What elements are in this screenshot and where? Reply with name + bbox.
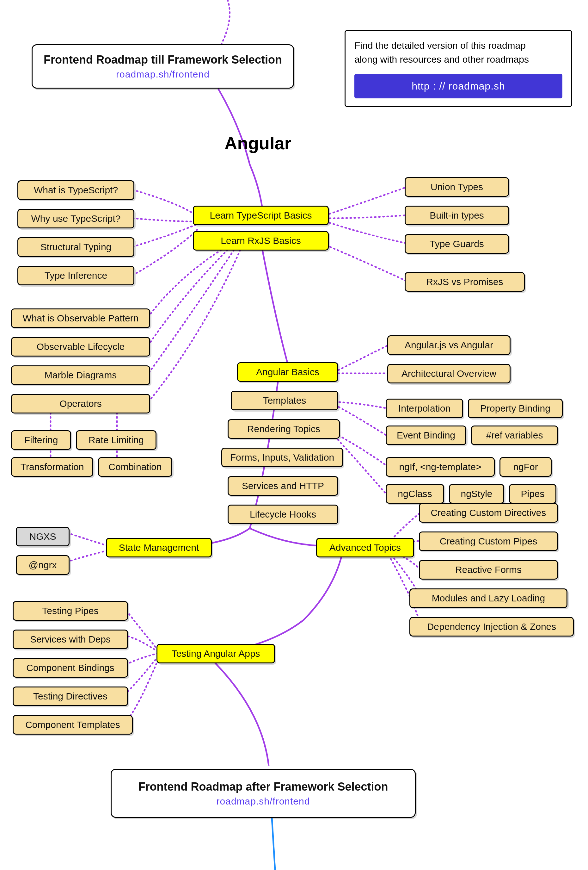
node-tpl-refvars[interactable]: #ref variables bbox=[471, 426, 558, 445]
node-tpl-propbind[interactable]: Property Binding bbox=[468, 399, 563, 418]
top-card-link[interactable]: roadmap.sh/frontend bbox=[116, 69, 209, 80]
node-test-bindings[interactable]: Component Bindings bbox=[13, 658, 128, 678]
node-adv-pipes[interactable]: Creating Custom Pipes bbox=[419, 532, 558, 551]
node-state-mgmt[interactable]: State Management bbox=[106, 538, 212, 557]
page-heading: Angular bbox=[224, 133, 291, 153]
info-cta-button[interactable]: http : // roadmap.sh bbox=[354, 74, 563, 98]
node-rendering[interactable]: Rendering Topics bbox=[228, 419, 340, 439]
top-card-title: Frontend Roadmap till Framework Selectio… bbox=[44, 53, 282, 66]
node-adv-di-zones[interactable]: Dependency Injection & Zones bbox=[409, 617, 574, 636]
node-observable-pattern[interactable]: What is Observable Pattern bbox=[11, 308, 150, 328]
node-ts-structural[interactable]: Structural Typing bbox=[17, 237, 134, 257]
node-operators[interactable]: Operators bbox=[11, 394, 150, 414]
node-test-directives[interactable]: Testing Directives bbox=[13, 687, 128, 706]
node-type-guards[interactable]: Type Guards bbox=[405, 234, 509, 254]
top-link-card[interactable]: Frontend Roadmap till Framework Selectio… bbox=[32, 44, 294, 89]
node-adv-reactive-forms[interactable]: Reactive Forms bbox=[419, 560, 558, 580]
node-rxjs-basics[interactable]: Learn RxJS Basics bbox=[193, 231, 329, 250]
node-ts-inference[interactable]: Type Inference bbox=[17, 266, 134, 285]
node-templates[interactable]: Templates bbox=[231, 391, 338, 410]
info-box: Find the detailed version of this roadma… bbox=[344, 30, 572, 107]
node-testing-apps[interactable]: Testing Angular Apps bbox=[156, 644, 275, 663]
node-ts-basics[interactable]: Learn TypeScript Basics bbox=[193, 206, 329, 225]
node-ajs-vs-angular[interactable]: Angular.js vs Angular bbox=[387, 335, 511, 355]
node-rend-ngstyle[interactable]: ngStyle bbox=[449, 484, 504, 504]
node-adv-directives[interactable]: Creating Custom Directives bbox=[419, 503, 558, 523]
node-op-transform[interactable]: Transformation bbox=[11, 457, 93, 477]
node-observable-lifecycle[interactable]: Observable Lifecycle bbox=[11, 337, 150, 356]
node-test-templates[interactable]: Component Templates bbox=[13, 715, 133, 734]
node-ts-why[interactable]: Why use TypeScript? bbox=[17, 209, 134, 228]
node-angular-basics[interactable]: Angular Basics bbox=[237, 362, 338, 382]
node-services-http[interactable]: Services and HTTP bbox=[228, 476, 338, 496]
node-lifecycle-hooks[interactable]: Lifecycle Hooks bbox=[228, 505, 338, 524]
node-op-combination[interactable]: Combination bbox=[98, 457, 172, 477]
node-rend-pipes[interactable]: Pipes bbox=[509, 484, 556, 504]
node-test-pipes[interactable]: Testing Pipes bbox=[13, 601, 128, 621]
node-rend-ngfor[interactable]: ngFor bbox=[499, 457, 552, 477]
node-adv-lazy-loading[interactable]: Modules and Lazy Loading bbox=[409, 588, 567, 608]
node-marble-diagrams[interactable]: Marble Diagrams bbox=[11, 365, 150, 385]
node-ngxs[interactable]: NGXS bbox=[16, 527, 70, 546]
node-tpl-interpolation[interactable]: Interpolation bbox=[386, 399, 463, 418]
node-union-types[interactable]: Union Types bbox=[405, 177, 509, 197]
bottom-link-card[interactable]: Frontend Roadmap after Framework Selecti… bbox=[111, 769, 416, 818]
node-advanced-topics[interactable]: Advanced Topics bbox=[316, 538, 414, 557]
info-line1: Find the detailed version of this roadma… bbox=[354, 39, 563, 52]
node-ts-what[interactable]: What is TypeScript? bbox=[17, 180, 134, 200]
node-builtin-types[interactable]: Built-in types bbox=[405, 206, 509, 225]
node-op-ratelimit[interactable]: Rate Limiting bbox=[76, 430, 156, 450]
node-forms[interactable]: Forms, Inputs, Validation bbox=[221, 448, 343, 467]
node-test-services[interactable]: Services with Deps bbox=[13, 630, 128, 649]
node-rxjs-vs-promises[interactable]: RxJS vs Promises bbox=[405, 272, 525, 292]
node-rend-ngclass[interactable]: ngClass bbox=[386, 484, 444, 504]
node-arch-overview[interactable]: Architectural Overview bbox=[387, 364, 511, 383]
node-tpl-eventbind[interactable]: Event Binding bbox=[386, 426, 466, 445]
bottom-card-link[interactable]: roadmap.sh/frontend bbox=[217, 796, 310, 807]
node-ngrx[interactable]: @ngrx bbox=[16, 555, 70, 575]
bottom-card-title: Frontend Roadmap after Framework Selecti… bbox=[138, 780, 388, 793]
node-rend-ngif[interactable]: ngIf, <ng-template> bbox=[386, 457, 495, 477]
node-op-filtering[interactable]: Filtering bbox=[11, 430, 71, 450]
info-line2: along with resources and other roadmaps bbox=[354, 52, 563, 66]
